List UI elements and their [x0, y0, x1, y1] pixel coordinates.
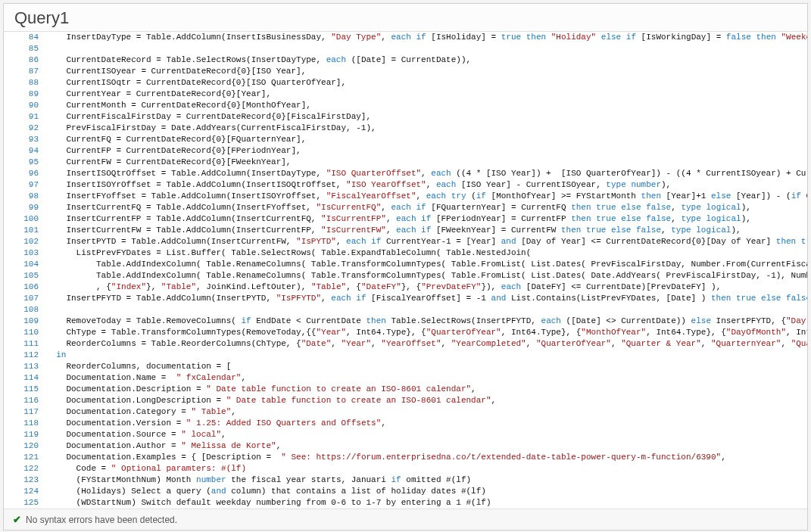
code-line[interactable]: 87 CurrentISOyear = CurrentDateRecord{0}…	[4, 66, 807, 77]
code-text[interactable]: CurrentFW = CurrentDateRecord{0}[FWeeknY…	[46, 157, 807, 168]
code-text[interactable]: Documentation.Description = " Date table…	[46, 384, 807, 395]
line-number: 121	[4, 452, 46, 463]
code-text[interactable]: Documentation.Source = " local",	[46, 429, 807, 440]
code-line[interactable]: 97 InsertISOYrOffset = Table.AddColumn(I…	[4, 179, 807, 191]
code-line[interactable]: 88 CurrentISOqtr = CurrentDateRecord{0}[…	[4, 77, 807, 89]
code-line[interactable]: 117 Documentation.Category = " Table",	[4, 406, 807, 418]
line-number: 103	[4, 247, 46, 259]
code-line[interactable]: 116 Documentation.LongDescription = " Da…	[4, 395, 807, 406]
code-line[interactable]: 115 Documentation.Description = " Date t…	[4, 384, 807, 395]
line-number: 114	[4, 372, 46, 384]
code-line[interactable]: 101 InsertCurrentFW = Table.AddColumn(In…	[4, 225, 807, 236]
code-line[interactable]: 89 CurrentYear = CurrentDateRecord{0}[Ye…	[4, 89, 807, 100]
code-line[interactable]: 120 Documentation.Author = " Melissa de …	[4, 440, 807, 452]
code-line[interactable]: 112 in	[4, 350, 807, 361]
line-number: 113	[4, 361, 46, 372]
code-text[interactable]: InsertPYTD = Table.AddColumn(InsertCurre…	[46, 236, 807, 247]
code-text[interactable]: Documentation.Category = " Table",	[46, 406, 807, 418]
line-number: 105	[4, 270, 46, 282]
code-line[interactable]: 91 CurrentFiscalFirstDay = CurrentDateRe…	[4, 111, 807, 123]
code-line[interactable]: 121 Documentation.Examples = { [Descript…	[4, 452, 807, 463]
code-text[interactable]: Code = " Optional paramters: #(lf)	[46, 463, 807, 474]
code-text[interactable]: Documentation.Name = " fxCalendar",	[46, 372, 807, 384]
code-text[interactable]: (WDStartNum) Switch default weekday numb…	[46, 497, 807, 509]
code-line[interactable]: 96 InsertISOQtrOffset = Table.AddColumn(…	[4, 168, 807, 179]
code-text[interactable]: CurrentFiscalFirstDay = CurrentDateRecor…	[46, 111, 807, 123]
code-text[interactable]: InsertCurrentFP = Table.AddColumn(Insert…	[46, 213, 807, 225]
line-number: 110	[4, 327, 46, 338]
code-text[interactable]: in	[46, 350, 807, 361]
code-line[interactable]: 84 InsertDayType = Table.AddColumn(Inser…	[4, 32, 807, 43]
line-number: 109	[4, 316, 46, 327]
code-text[interactable]: PrevFiscalFirstDay = Date.AddYears(Curre…	[46, 123, 807, 134]
code-text[interactable]: Documentation.LongDescription = " Date t…	[46, 395, 807, 406]
code-text[interactable]: InsertPFYTD = Table.AddColumn(InsertPYTD…	[46, 293, 807, 304]
code-text[interactable]: InsertFYoffset = Table.AddColumn(InsertI…	[46, 191, 807, 202]
code-editor[interactable]: 84 InsertDayType = Table.AddColumn(Inser…	[4, 32, 807, 509]
code-text[interactable]: InsertCurrentFQ = Table.AddColumn(Insert…	[46, 202, 807, 213]
code-text[interactable]: ListPrevFYDates = List.Buffer( Table.Sel…	[46, 247, 807, 259]
code-text[interactable]: InsertISOQtrOffset = Table.AddColumn(Ins…	[46, 168, 807, 179]
code-line[interactable]: 103 ListPrevFYDates = List.Buffer( Table…	[4, 247, 807, 259]
code-line[interactable]: 92 PrevFiscalFirstDay = Date.AddYears(Cu…	[4, 123, 807, 134]
code-text[interactable]: InsertDayType = Table.AddColumn(InsertIs…	[46, 32, 807, 43]
code-line[interactable]: 119 Documentation.Source = " local",	[4, 429, 807, 440]
code-text[interactable]	[46, 304, 807, 316]
code-text[interactable]	[46, 43, 807, 54]
code-text[interactable]: (Holidays) Select a query (and column) t…	[46, 486, 807, 497]
line-number: 122	[4, 463, 46, 474]
code-text[interactable]: CurrentDateRecord = Table.SelectRows(Ins…	[46, 54, 807, 66]
line-number: 88	[4, 77, 46, 89]
code-line[interactable]: 111 ReorderColumns = Table.ReorderColumn…	[4, 338, 807, 350]
code-line[interactable]: 122 Code = " Optional paramters: #(lf)	[4, 463, 807, 474]
code-text[interactable]: InsertCurrentFW = Table.AddColumn(Insert…	[46, 225, 807, 236]
code-line[interactable]: 113 ReorderColumns, documentation = [	[4, 361, 807, 372]
line-number: 84	[4, 32, 46, 43]
code-text[interactable]: Table.AddIndexColumn( Table.RenameColumn…	[46, 270, 807, 282]
code-line[interactable]: 102 InsertPYTD = Table.AddColumn(InsertC…	[4, 236, 807, 247]
code-line[interactable]: 105 Table.AddIndexColumn( Table.RenameCo…	[4, 270, 807, 282]
code-text[interactable]: RemoveToday = Table.RemoveColumns( if En…	[46, 316, 807, 327]
code-line[interactable]: 99 InsertCurrentFQ = Table.AddColumn(Ins…	[4, 202, 807, 213]
code-text[interactable]: CurrentFP = CurrentDateRecord{0}[FPeriod…	[46, 145, 807, 157]
code-line[interactable]: 118 Documentation.Version = " 1.25: Adde…	[4, 418, 807, 429]
code-text[interactable]: ReorderColumns, documentation = [	[46, 361, 807, 372]
code-line[interactable]: 107 InsertPFYTD = Table.AddColumn(Insert…	[4, 293, 807, 304]
code-text[interactable]: Documentation.Author = " Melissa de Kort…	[46, 440, 807, 452]
code-line[interactable]: 124 (Holidays) Select a query (and colum…	[4, 486, 807, 497]
code-line[interactable]: 106 , {"Index"}, "Table", JoinKind.LeftO…	[4, 282, 807, 293]
code-line[interactable]: 85	[4, 43, 807, 54]
code-text[interactable]: CurrentMonth = CurrentDateRecord{0}[Mont…	[46, 100, 807, 111]
code-text[interactable]: ChType = Table.TransformColumnTypes(Remo…	[46, 327, 807, 338]
code-line[interactable]: 108	[4, 304, 807, 316]
code-text[interactable]: CurrentYear = CurrentDateRecord{0}[Year]…	[46, 89, 807, 100]
code-line[interactable]: 86 CurrentDateRecord = Table.SelectRows(…	[4, 54, 807, 66]
code-text[interactable]: Documentation.Examples = { [Description …	[46, 452, 807, 463]
code-line[interactable]: 98 InsertFYoffset = Table.AddColumn(Inse…	[4, 191, 807, 202]
code-line[interactable]: 123 (FYStartMonthNum) Month number the f…	[4, 474, 807, 486]
code-line[interactable]: 94 CurrentFP = CurrentDateRecord{0}[FPer…	[4, 145, 807, 157]
code-line[interactable]: 109 RemoveToday = Table.RemoveColumns( i…	[4, 316, 807, 327]
code-text[interactable]: (FYStartMonthNum) Month number the fisca…	[46, 474, 807, 486]
line-number: 94	[4, 145, 46, 157]
code-text[interactable]: ReorderColumns = Table.ReorderColumns(Ch…	[46, 338, 807, 350]
code-text[interactable]: CurrentISOyear = CurrentDateRecord{0}[IS…	[46, 66, 807, 77]
line-number: 107	[4, 293, 46, 304]
code-line[interactable]: 95 CurrentFW = CurrentDateRecord{0}[FWee…	[4, 157, 807, 168]
code-line[interactable]: 104 Table.AddIndexColumn( Table.RenameCo…	[4, 259, 807, 270]
code-line[interactable]: 90 CurrentMonth = CurrentDateRecord{0}[M…	[4, 100, 807, 111]
code-text[interactable]: InsertISOYrOffset = Table.AddColumn(Inse…	[46, 179, 807, 191]
code-text[interactable]: CurrentISOqtr = CurrentDateRecord{0}[ISO…	[46, 77, 807, 89]
query-editor-window: Query1 84 InsertDayType = Table.AddColum…	[3, 3, 808, 530]
code-line[interactable]: 110 ChType = Table.TransformColumnTypes(…	[4, 327, 807, 338]
line-number: 90	[4, 100, 46, 111]
code-text[interactable]: CurrentFQ = CurrentDateRecord{0}[FQuarte…	[46, 134, 807, 145]
code-editor-scroll[interactable]: 84 InsertDayType = Table.AddColumn(Inser…	[4, 32, 807, 509]
code-line[interactable]: 93 CurrentFQ = CurrentDateRecord{0}[FQua…	[4, 134, 807, 145]
code-text[interactable]: Table.AddIndexColumn( Table.RenameColumn…	[46, 259, 807, 270]
code-line[interactable]: 114 Documentation.Name = " fxCalendar",	[4, 372, 807, 384]
code-text[interactable]: , {"Index"}, "Table", JoinKind.LeftOuter…	[46, 282, 807, 293]
code-line[interactable]: 100 InsertCurrentFP = Table.AddColumn(In…	[4, 213, 807, 225]
code-line[interactable]: 125 (WDStartNum) Switch default weekday …	[4, 497, 807, 509]
code-text[interactable]: Documentation.Version = " 1.25: Added IS…	[46, 418, 807, 429]
